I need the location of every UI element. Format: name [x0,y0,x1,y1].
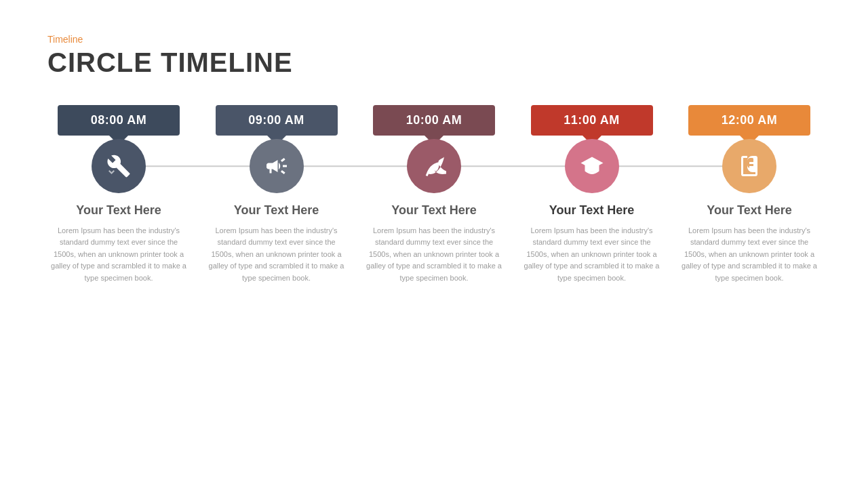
callout-1: 08:00 AM [58,105,180,136]
text-item-4: Your Text Here Lorem Ipsum has been the … [521,203,663,285]
text-item-1: Your Text Here Lorem Ipsum has been the … [47,203,190,285]
title-1: Your Text Here [47,203,190,218]
time-1: 08:00 AM [91,113,146,127]
circle-5 [722,139,776,193]
circle-2 [250,139,304,193]
callout-2: 09:00 AM [216,105,338,136]
text-item-2: Your Text Here Lorem Ipsum has been the … [205,203,348,285]
header-title: CIRCLE TIMELINE [47,47,821,78]
timeline-item-4: 11:00 AM [521,105,663,136]
timeline-item-1: 08:00 AM [47,105,190,136]
circle-1 [92,139,146,193]
megaphone-icon [264,154,289,178]
body-5: Lorem Ipsum has been the industry's stan… [678,225,821,285]
leaf-icon [422,154,446,178]
timeline-item-2: 09:00 AM [205,105,348,136]
book-icon [737,154,762,178]
tools-icon [106,154,131,178]
time-5: 12:00 AM [722,113,777,127]
text-item-5: Your Text Here Lorem Ipsum has been the … [678,203,821,285]
header: Timeline CIRCLE TIMELINE [47,34,821,78]
text-row: Your Text Here Lorem Ipsum has been the … [47,203,821,285]
title-5: Your Text Here [678,203,821,218]
body-3: Lorem Ipsum has been the industry's stan… [363,225,505,285]
title-3: Your Text Here [363,203,505,218]
title-2: Your Text Here [205,203,348,218]
time-2: 09:00 AM [248,113,304,127]
circle-3 [407,139,461,193]
header-label: Timeline [47,34,821,45]
page: Timeline CIRCLE TIMELINE 08:00 AM 09:00 … [0,0,868,488]
circles-row [47,136,821,197]
body-2: Lorem Ipsum has been the industry's stan… [205,225,348,285]
body-1: Lorem Ipsum has been the industry's stan… [47,225,190,285]
time-4: 11:00 AM [564,113,619,127]
callout-row: 08:00 AM 09:00 AM 10:00 AM 11:00 AM [47,105,821,136]
text-item-3: Your Text Here Lorem Ipsum has been the … [363,203,505,285]
body-4: Lorem Ipsum has been the industry's stan… [521,225,663,285]
circle-4 [565,139,619,193]
graduation-icon [580,154,604,178]
timeline-item-5: 12:00 AM [678,105,821,136]
timeline-item-3: 10:00 AM [363,105,505,136]
time-3: 10:00 AM [406,113,462,127]
callout-4: 11:00 AM [531,105,653,136]
timeline-container: 08:00 AM 09:00 AM 10:00 AM 11:00 AM [47,105,821,468]
callout-3: 10:00 AM [373,105,495,136]
title-4: Your Text Here [521,203,663,218]
callout-5: 12:00 AM [688,105,810,136]
